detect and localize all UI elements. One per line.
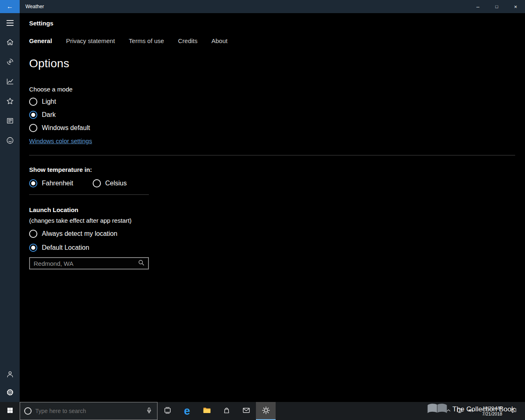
radio-circle <box>29 244 37 252</box>
network-icon <box>456 406 463 416</box>
gear-icon <box>6 388 14 398</box>
settings-page: Settings General Privacy statement Terms… <box>20 13 525 402</box>
volume-status[interactable] <box>465 402 476 420</box>
tab-about[interactable]: About <box>211 37 227 44</box>
radio-label: Celsius <box>105 180 127 187</box>
sidebar <box>0 13 20 402</box>
radio-label: Always detect my location <box>42 230 117 237</box>
divider <box>29 194 149 195</box>
taskbar: e <box>0 402 525 420</box>
temperature-radio-group: Fahrenheit Celsius <box>29 179 515 187</box>
default-location-search-box <box>29 257 149 269</box>
taskbar-app-store[interactable] <box>217 402 236 420</box>
taskbar-app-file-explorer[interactable] <box>197 402 217 420</box>
radio-circle <box>29 124 37 132</box>
tab-terms-of-use[interactable]: Terms of use <box>129 37 164 44</box>
minimize-button[interactable]: – <box>468 0 487 13</box>
sidebar-item-settings[interactable] <box>0 384 20 402</box>
radio-mode-dark[interactable]: Dark <box>29 111 56 119</box>
close-button[interactable]: × <box>506 0 525 13</box>
launch-location-note: (changes take effect after app restart) <box>29 217 515 224</box>
action-center-button[interactable] <box>508 402 519 420</box>
launch-location-label: Launch Location <box>29 206 515 213</box>
taskbar-search-box <box>20 402 158 420</box>
clock-time: 10:22 AM <box>478 405 506 411</box>
location-search-button[interactable] <box>134 258 148 269</box>
sidebar-item-favorites[interactable] <box>0 92 20 112</box>
speaker-icon <box>467 406 475 416</box>
smiley-icon <box>6 136 14 146</box>
mail-icon <box>242 406 251 417</box>
page-title: Settings <box>29 20 515 27</box>
radio-circle <box>29 230 37 238</box>
maximize-icon: □ <box>495 4 498 9</box>
taskbar-app-mail[interactable] <box>236 402 256 420</box>
radio-label: Dark <box>42 111 56 119</box>
radio-mode-light[interactable]: Light <box>29 98 56 106</box>
radio-circle <box>29 179 37 187</box>
weather-app-window: ← Weather – □ × <box>0 0 525 420</box>
sidebar-item-forecast[interactable] <box>0 33 20 52</box>
temperature-label: Show temperature in: <box>29 166 515 173</box>
radio-default-location[interactable]: Default Location <box>29 244 89 252</box>
back-icon: ← <box>7 3 13 10</box>
network-status[interactable] <box>454 402 465 420</box>
radio-label: Light <box>42 98 56 105</box>
sidebar-item-news[interactable] <box>0 112 20 131</box>
options-heading: Options <box>29 57 515 70</box>
window-title: Weather <box>25 4 44 9</box>
start-button[interactable] <box>0 402 20 420</box>
taskbar-clock[interactable]: 10:22 AM 7/21/2018 <box>478 405 506 417</box>
settings-tabs: General Privacy statement Terms of use C… <box>29 37 515 44</box>
close-icon: × <box>514 4 517 10</box>
radio-celsius[interactable]: Celsius <box>93 179 127 187</box>
search-icon <box>137 259 145 268</box>
edge-icon: e <box>184 406 190 417</box>
sidebar-item-sign-in[interactable] <box>0 366 20 384</box>
radio-circle <box>93 179 101 187</box>
window-controls: – □ × <box>468 0 525 13</box>
tab-credits[interactable]: Credits <box>178 37 198 44</box>
taskbar-search-input[interactable] <box>35 408 142 414</box>
tab-privacy-statement[interactable]: Privacy statement <box>66 37 115 44</box>
person-icon <box>6 370 14 380</box>
back-button[interactable]: ← <box>0 0 20 13</box>
radio-always-detect-location[interactable]: Always detect my location <box>29 230 117 238</box>
action-center-icon <box>510 406 518 416</box>
task-view-icon <box>163 406 172 417</box>
sun-icon <box>261 406 271 417</box>
hurricane-icon <box>6 57 14 68</box>
radio-fahrenheit[interactable]: Fahrenheit <box>29 179 73 187</box>
taskbar-app-weather[interactable] <box>256 402 276 420</box>
radio-mode-windows-default[interactable]: Windows default <box>29 124 90 132</box>
tray-overflow-button[interactable] <box>443 402 454 420</box>
radio-label: Default Location <box>42 244 89 251</box>
maximize-button[interactable]: □ <box>487 0 506 13</box>
microphone-icon[interactable] <box>145 406 153 416</box>
tab-general[interactable]: General <box>29 37 52 44</box>
divider <box>29 155 515 155</box>
radio-label: Fahrenheit <box>42 180 73 187</box>
star-icon <box>6 97 14 107</box>
taskbar-app-task-view[interactable] <box>158 402 177 420</box>
windows-color-settings-link[interactable]: Windows color settings <box>29 137 92 144</box>
sidebar-item-historical-weather[interactable] <box>0 72 20 92</box>
choose-mode-label: Choose a mode <box>29 86 515 93</box>
clock-date: 7/21/2018 <box>478 411 506 417</box>
sidebar-item-feedback[interactable] <box>0 131 20 151</box>
radio-label: Windows default <box>42 124 90 132</box>
sidebar-item-menu[interactable] <box>0 13 20 33</box>
titlebar: ← Weather – □ × <box>0 0 525 13</box>
hamburger-icon <box>7 20 14 26</box>
cortana-icon[interactable] <box>24 407 32 415</box>
line-chart-icon <box>6 77 14 87</box>
chevron-up-icon <box>445 406 452 416</box>
default-location-input[interactable] <box>30 258 134 269</box>
taskbar-app-edge[interactable]: e <box>177 402 197 420</box>
minimize-icon: – <box>476 4 479 10</box>
store-bag-icon <box>222 406 231 417</box>
windows-logo-icon <box>7 407 14 415</box>
home-icon <box>6 38 14 48</box>
sidebar-item-maps[interactable] <box>0 52 20 72</box>
radio-circle <box>29 111 37 119</box>
